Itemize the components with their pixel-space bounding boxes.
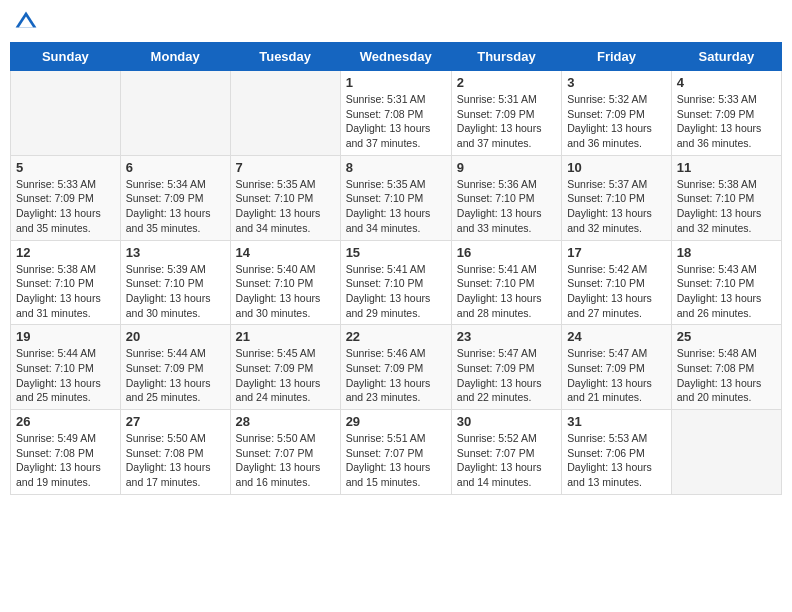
day-cell: 5Sunrise: 5:33 AMSunset: 7:09 PMDaylight… [11, 155, 121, 240]
day-cell: 13Sunrise: 5:39 AMSunset: 7:10 PMDayligh… [120, 240, 230, 325]
calendar-table: SundayMondayTuesdayWednesdayThursdayFrid… [10, 42, 782, 495]
day-info: Sunrise: 5:35 AMSunset: 7:10 PMDaylight:… [346, 177, 446, 236]
day-cell: 24Sunrise: 5:47 AMSunset: 7:09 PMDayligh… [562, 325, 672, 410]
day-number: 2 [457, 75, 556, 90]
day-number: 11 [677, 160, 776, 175]
weekday-header-tuesday: Tuesday [230, 43, 340, 71]
day-number: 7 [236, 160, 335, 175]
weekday-header-monday: Monday [120, 43, 230, 71]
day-number: 27 [126, 414, 225, 429]
day-cell: 14Sunrise: 5:40 AMSunset: 7:10 PMDayligh… [230, 240, 340, 325]
day-number: 5 [16, 160, 115, 175]
day-cell: 2Sunrise: 5:31 AMSunset: 7:09 PMDaylight… [451, 71, 561, 156]
weekday-header-row: SundayMondayTuesdayWednesdayThursdayFrid… [11, 43, 782, 71]
day-cell: 21Sunrise: 5:45 AMSunset: 7:09 PMDayligh… [230, 325, 340, 410]
day-cell: 28Sunrise: 5:50 AMSunset: 7:07 PMDayligh… [230, 410, 340, 495]
week-row-1: 1Sunrise: 5:31 AMSunset: 7:08 PMDaylight… [11, 71, 782, 156]
day-info: Sunrise: 5:46 AMSunset: 7:09 PMDaylight:… [346, 346, 446, 405]
weekday-header-wednesday: Wednesday [340, 43, 451, 71]
day-cell: 18Sunrise: 5:43 AMSunset: 7:10 PMDayligh… [671, 240, 781, 325]
weekday-header-saturday: Saturday [671, 43, 781, 71]
day-cell: 11Sunrise: 5:38 AMSunset: 7:10 PMDayligh… [671, 155, 781, 240]
day-cell: 7Sunrise: 5:35 AMSunset: 7:10 PMDaylight… [230, 155, 340, 240]
day-cell: 9Sunrise: 5:36 AMSunset: 7:10 PMDaylight… [451, 155, 561, 240]
day-info: Sunrise: 5:47 AMSunset: 7:09 PMDaylight:… [457, 346, 556, 405]
day-number: 4 [677, 75, 776, 90]
day-info: Sunrise: 5:39 AMSunset: 7:10 PMDaylight:… [126, 262, 225, 321]
day-info: Sunrise: 5:36 AMSunset: 7:10 PMDaylight:… [457, 177, 556, 236]
day-number: 10 [567, 160, 666, 175]
day-cell: 30Sunrise: 5:52 AMSunset: 7:07 PMDayligh… [451, 410, 561, 495]
day-info: Sunrise: 5:38 AMSunset: 7:10 PMDaylight:… [16, 262, 115, 321]
day-number: 8 [346, 160, 446, 175]
page-header [10, 10, 782, 34]
week-row-3: 12Sunrise: 5:38 AMSunset: 7:10 PMDayligh… [11, 240, 782, 325]
day-info: Sunrise: 5:42 AMSunset: 7:10 PMDaylight:… [567, 262, 666, 321]
day-info: Sunrise: 5:50 AMSunset: 7:07 PMDaylight:… [236, 431, 335, 490]
day-cell: 16Sunrise: 5:41 AMSunset: 7:10 PMDayligh… [451, 240, 561, 325]
day-info: Sunrise: 5:33 AMSunset: 7:09 PMDaylight:… [677, 92, 776, 151]
day-number: 24 [567, 329, 666, 344]
day-info: Sunrise: 5:35 AMSunset: 7:10 PMDaylight:… [236, 177, 335, 236]
day-info: Sunrise: 5:49 AMSunset: 7:08 PMDaylight:… [16, 431, 115, 490]
day-number: 16 [457, 245, 556, 260]
day-info: Sunrise: 5:33 AMSunset: 7:09 PMDaylight:… [16, 177, 115, 236]
day-cell: 26Sunrise: 5:49 AMSunset: 7:08 PMDayligh… [11, 410, 121, 495]
day-info: Sunrise: 5:31 AMSunset: 7:08 PMDaylight:… [346, 92, 446, 151]
day-cell: 25Sunrise: 5:48 AMSunset: 7:08 PMDayligh… [671, 325, 781, 410]
day-number: 12 [16, 245, 115, 260]
day-info: Sunrise: 5:51 AMSunset: 7:07 PMDaylight:… [346, 431, 446, 490]
week-row-2: 5Sunrise: 5:33 AMSunset: 7:09 PMDaylight… [11, 155, 782, 240]
day-number: 3 [567, 75, 666, 90]
day-cell: 23Sunrise: 5:47 AMSunset: 7:09 PMDayligh… [451, 325, 561, 410]
day-number: 21 [236, 329, 335, 344]
day-info: Sunrise: 5:50 AMSunset: 7:08 PMDaylight:… [126, 431, 225, 490]
day-cell: 22Sunrise: 5:46 AMSunset: 7:09 PMDayligh… [340, 325, 451, 410]
day-cell [671, 410, 781, 495]
day-number: 31 [567, 414, 666, 429]
day-cell: 3Sunrise: 5:32 AMSunset: 7:09 PMDaylight… [562, 71, 672, 156]
day-number: 29 [346, 414, 446, 429]
day-cell: 15Sunrise: 5:41 AMSunset: 7:10 PMDayligh… [340, 240, 451, 325]
day-number: 25 [677, 329, 776, 344]
day-info: Sunrise: 5:48 AMSunset: 7:08 PMDaylight:… [677, 346, 776, 405]
day-info: Sunrise: 5:41 AMSunset: 7:10 PMDaylight:… [346, 262, 446, 321]
day-cell: 6Sunrise: 5:34 AMSunset: 7:09 PMDaylight… [120, 155, 230, 240]
day-cell: 31Sunrise: 5:53 AMSunset: 7:06 PMDayligh… [562, 410, 672, 495]
day-cell: 29Sunrise: 5:51 AMSunset: 7:07 PMDayligh… [340, 410, 451, 495]
day-info: Sunrise: 5:37 AMSunset: 7:10 PMDaylight:… [567, 177, 666, 236]
day-number: 20 [126, 329, 225, 344]
weekday-header-sunday: Sunday [11, 43, 121, 71]
calendar-body: 1Sunrise: 5:31 AMSunset: 7:08 PMDaylight… [11, 71, 782, 495]
day-number: 14 [236, 245, 335, 260]
weekday-header-thursday: Thursday [451, 43, 561, 71]
day-number: 19 [16, 329, 115, 344]
day-number: 26 [16, 414, 115, 429]
week-row-5: 26Sunrise: 5:49 AMSunset: 7:08 PMDayligh… [11, 410, 782, 495]
day-cell [120, 71, 230, 156]
day-number: 22 [346, 329, 446, 344]
day-info: Sunrise: 5:44 AMSunset: 7:09 PMDaylight:… [126, 346, 225, 405]
day-cell [230, 71, 340, 156]
day-cell: 27Sunrise: 5:50 AMSunset: 7:08 PMDayligh… [120, 410, 230, 495]
day-info: Sunrise: 5:31 AMSunset: 7:09 PMDaylight:… [457, 92, 556, 151]
day-cell: 1Sunrise: 5:31 AMSunset: 7:08 PMDaylight… [340, 71, 451, 156]
logo [14, 10, 42, 34]
day-info: Sunrise: 5:38 AMSunset: 7:10 PMDaylight:… [677, 177, 776, 236]
day-cell [11, 71, 121, 156]
day-info: Sunrise: 5:43 AMSunset: 7:10 PMDaylight:… [677, 262, 776, 321]
day-cell: 17Sunrise: 5:42 AMSunset: 7:10 PMDayligh… [562, 240, 672, 325]
day-info: Sunrise: 5:44 AMSunset: 7:10 PMDaylight:… [16, 346, 115, 405]
day-number: 9 [457, 160, 556, 175]
day-cell: 19Sunrise: 5:44 AMSunset: 7:10 PMDayligh… [11, 325, 121, 410]
weekday-header-friday: Friday [562, 43, 672, 71]
day-number: 28 [236, 414, 335, 429]
day-number: 6 [126, 160, 225, 175]
day-number: 15 [346, 245, 446, 260]
day-info: Sunrise: 5:53 AMSunset: 7:06 PMDaylight:… [567, 431, 666, 490]
day-cell: 8Sunrise: 5:35 AMSunset: 7:10 PMDaylight… [340, 155, 451, 240]
week-row-4: 19Sunrise: 5:44 AMSunset: 7:10 PMDayligh… [11, 325, 782, 410]
day-number: 17 [567, 245, 666, 260]
day-info: Sunrise: 5:45 AMSunset: 7:09 PMDaylight:… [236, 346, 335, 405]
day-cell: 4Sunrise: 5:33 AMSunset: 7:09 PMDaylight… [671, 71, 781, 156]
